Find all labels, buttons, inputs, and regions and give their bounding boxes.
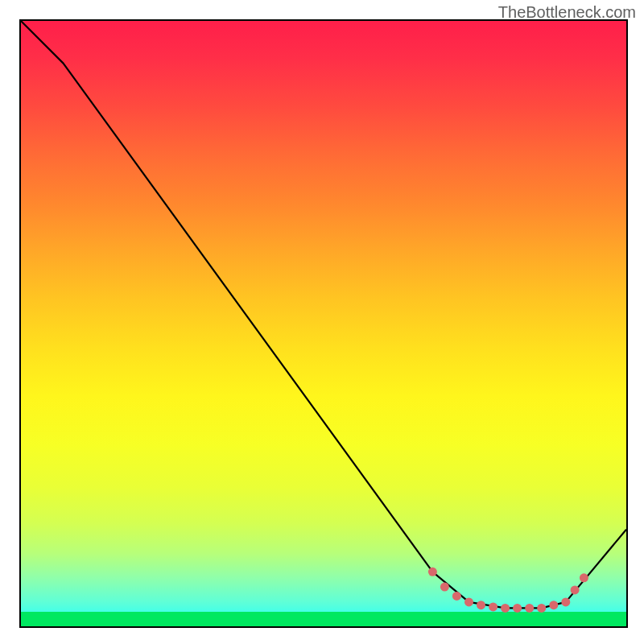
data-marker [489, 602, 497, 611]
data-marker [513, 604, 522, 613]
plot-area [19, 19, 628, 628]
data-marker [428, 568, 437, 576]
data-marker [571, 585, 580, 594]
data-marker [537, 604, 546, 613]
data-marker [561, 597, 570, 606]
chart-container: TheBottleneck.com [0, 0, 644, 644]
data-marker [477, 601, 485, 609]
data-marker [452, 592, 461, 601]
watermark-text: TheBottleneck.com [498, 3, 636, 22]
data-marker [525, 604, 534, 613]
data-marker [580, 573, 588, 582]
data-marker [501, 604, 510, 613]
data-marker [440, 583, 449, 592]
bottleneck-curve [21, 21, 626, 608]
data-marker [464, 597, 473, 606]
data-marker [549, 601, 558, 609]
curve-layer [21, 21, 626, 626]
